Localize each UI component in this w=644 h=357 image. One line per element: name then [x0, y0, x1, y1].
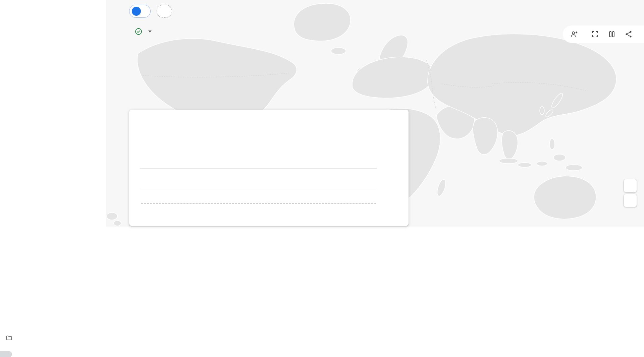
main-content	[106, 0, 644, 357]
comparison-chips	[129, 5, 172, 18]
fullscreen-icon[interactable]	[591, 30, 599, 38]
all-users-chip[interactable]	[129, 5, 151, 18]
map-zoom-out-button[interactable]	[624, 194, 637, 207]
chart-baseline	[141, 203, 376, 204]
realtime-stats-card	[129, 110, 409, 226]
page-title-row	[130, 27, 152, 36]
customize-report-icon[interactable]	[608, 30, 616, 38]
data-ok-check-icon	[135, 27, 143, 36]
share-icon[interactable]	[625, 30, 633, 38]
chart-gridline	[140, 188, 377, 188]
all-users-avatar	[132, 7, 141, 16]
map-zoom-in-button[interactable]	[624, 179, 637, 192]
user-snapshot-icon	[570, 30, 578, 38]
chart-gridline	[140, 168, 377, 169]
scrollbar-thumb[interactable]	[0, 351, 12, 357]
report-nav-sidebar	[0, 0, 106, 357]
user-snapshot-button[interactable]	[570, 30, 582, 38]
folder-icon	[6, 335, 12, 341]
sidebar-item-library[interactable]	[0, 330, 106, 346]
report-toolbar	[563, 25, 644, 43]
title-dropdown-caret-icon[interactable]	[148, 31, 152, 33]
add-comparison-chip[interactable]	[157, 5, 172, 18]
